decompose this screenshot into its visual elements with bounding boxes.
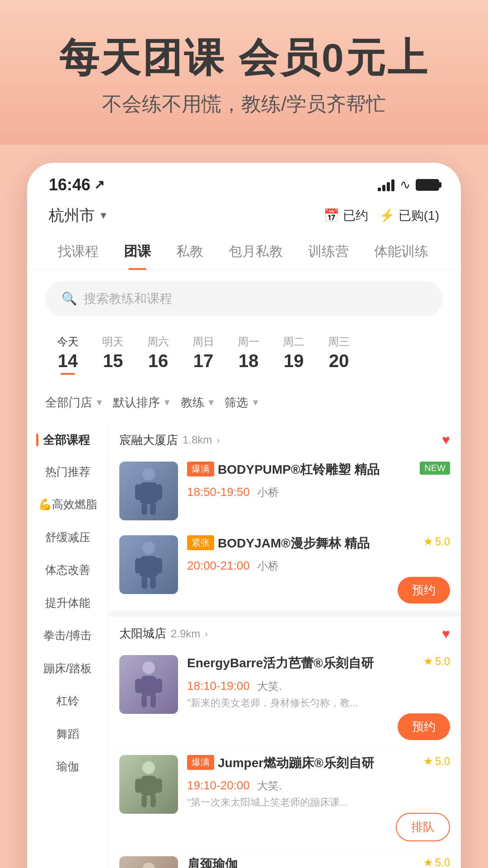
sidebar-item-yoga[interactable]: 瑜伽: [27, 750, 108, 783]
search-icon: 🔍: [61, 291, 77, 306]
location-selector[interactable]: 杭州市 ▼: [49, 205, 108, 226]
filter-sort[interactable]: 默认排序 ▼: [113, 391, 172, 414]
tab-group-class[interactable]: 团课: [111, 235, 164, 270]
sidebar-accent: [36, 434, 38, 446]
store-info-1[interactable]: 宸融大厦店 1.8km ›: [119, 432, 220, 448]
tab-fitness-training[interactable]: 体能训练: [361, 235, 441, 270]
course-teacher-3: 大笑.: [257, 680, 282, 692]
svg-rect-14: [135, 679, 141, 693]
store-dist-1: 1.8km: [183, 434, 212, 446]
sidebar-item-dance[interactable]: 舞蹈: [27, 717, 108, 750]
course-tags-1: 爆满 BODYPUMP®杠铃雕塑 精品: [187, 462, 420, 481]
tab-monthly-private[interactable]: 包月私教: [216, 235, 296, 270]
search-input[interactable]: 搜索教练和课程: [84, 290, 172, 307]
location-text: 杭州市: [49, 205, 95, 226]
sidebar-item-barbell[interactable]: 杠铃: [27, 684, 108, 717]
course-info-5: 肩颈瑜伽 ★ 5.0 20:05-21:05 夏瑾: [187, 856, 450, 868]
search-bar[interactable]: 🔍 搜索教练和课程: [45, 281, 443, 316]
date-tuesday[interactable]: 周二 19: [271, 331, 316, 378]
course-info-1: 爆满 BODYPUMP®杠铃雕塑 精品 NEW 18:50-19:50 小桥: [187, 462, 450, 520]
location-icon: ↗: [94, 177, 104, 192]
booked-button[interactable]: 📅 已约: [324, 207, 368, 224]
svg-rect-15: [156, 679, 162, 693]
course-name-2: BODYJAM®漫步舞林 精品: [218, 535, 370, 552]
store-name-1: 宸融大厦店: [119, 432, 178, 448]
sidebar-item-boxing[interactable]: 拳击/搏击: [27, 619, 108, 652]
svg-rect-23: [150, 795, 156, 807]
phone-mockup: 16:46 ↗ ∿ 杭州市 ▼ 📅 已约 ⚡ 已购: [27, 163, 461, 868]
svg-point-6: [142, 542, 155, 554]
star-icon-5: ★: [423, 856, 433, 868]
banner-section: 每天团课 会员0元上 不会练不用慌，教练/学员齐帮忙: [0, 0, 488, 145]
rating-4: ★ 5.0: [423, 755, 450, 768]
svg-rect-4: [141, 503, 147, 515]
course-thumb-4: [119, 755, 178, 814]
flash-icon: ⚡: [379, 208, 395, 223]
sidebar-item-fitness[interactable]: 提升体能: [27, 586, 108, 619]
date-picker: 今天 14 明天 15 周六 16 周日 17 周一 18 周二 19 周三 2…: [27, 327, 461, 387]
sidebar-item-stress[interactable]: 舒缓减压: [27, 521, 108, 554]
course-list: 宸融大厦店 1.8km › ♥: [108, 423, 461, 868]
sidebar-item-trampoline[interactable]: 蹦床/踏板: [27, 652, 108, 685]
date-monday[interactable]: 周一 18: [226, 331, 271, 378]
course-time-2: 20:00-21:00: [187, 559, 250, 572]
course-name-3: EnergyBarre活力芭蕾®乐刻自研: [187, 655, 374, 671]
course-teacher-1: 小桥: [257, 486, 279, 498]
thumb-person-2: [119, 535, 178, 594]
header-nav: 杭州市 ▼ 📅 已约 ⚡ 已购(1): [27, 202, 461, 235]
rating-num-4: 5.0: [435, 755, 450, 768]
date-today[interactable]: 今天 14: [45, 331, 90, 378]
svg-rect-5: [150, 503, 156, 515]
tab-find-course[interactable]: 找课程: [45, 235, 111, 270]
sidebar-all-courses: 全部课程: [27, 423, 108, 455]
filter-coach[interactable]: 教练 ▼: [181, 391, 216, 414]
course-thumb-2: [119, 535, 178, 594]
battery-icon: [416, 179, 439, 191]
rating-2: ★ 5.0: [423, 535, 450, 548]
date-saturday[interactable]: 周六 16: [136, 331, 181, 378]
star-icon-3: ★: [423, 655, 433, 668]
svg-point-12: [142, 661, 155, 674]
store-favorite-2[interactable]: ♥: [442, 626, 450, 642]
course-card-1: 爆满 BODYPUMP®杠铃雕塑 精品 NEW 18:50-19:50 小桥: [108, 454, 461, 528]
sidebar-item-fatburn[interactable]: 💪高效燃脂: [27, 488, 108, 521]
course-card-2: 紧张 BODYJAM®漫步舞林 精品 ★ 5.0 20:00-21:00 小桥: [108, 528, 461, 611]
book-button-2[interactable]: 预约: [398, 577, 450, 604]
sidebar-item-posture[interactable]: 体态改善: [27, 553, 108, 586]
date-wednesday[interactable]: 周三 20: [316, 331, 361, 378]
course-desc-4: "第一次来太阳城上笑老师的蹦床课...: [187, 796, 450, 809]
filter-row: 全部门店 ▼ 默认排序 ▼ 教练 ▼ 筛选 ▼: [27, 387, 461, 423]
course-time-3: 18:10-19:00: [187, 679, 250, 693]
store-info-2[interactable]: 太阳城店 2.9km ›: [119, 626, 208, 642]
rating-3: ★ 5.0: [423, 655, 450, 668]
tab-camp[interactable]: 训练营: [296, 235, 361, 270]
svg-rect-16: [141, 695, 147, 708]
tag-new-1: NEW: [420, 462, 450, 475]
svg-point-0: [142, 468, 155, 481]
course-info-3: EnergyBarre活力芭蕾®乐刻自研 ★ 5.0 18:10-19:00 大…: [187, 655, 450, 740]
queue-button-4[interactable]: 排队: [396, 813, 450, 841]
sidebar-item-hot[interactable]: 热门推荐: [27, 455, 108, 488]
store-dist-2: 2.9km: [171, 627, 200, 640]
rating-num-5: 5.0: [435, 856, 450, 868]
book-button-3[interactable]: 预约: [398, 713, 450, 740]
signal-icon: [378, 179, 394, 191]
filter-all-stores[interactable]: 全部门店 ▼: [45, 391, 104, 414]
course-thumb-5: [119, 856, 178, 868]
svg-rect-1: [140, 482, 158, 504]
store-favorite-1[interactable]: ♥: [442, 432, 450, 448]
svg-point-24: [142, 863, 155, 868]
date-tomorrow[interactable]: 明天 15: [90, 331, 136, 378]
course-title-area-2: 紧张 BODYJAM®漫步舞林 精品 ★ 5.0: [187, 535, 450, 555]
course-desc-3: "新来的美女老师，身材修长匀称，教...: [187, 696, 450, 710]
category-sidebar: 全部课程 热门推荐 💪高效燃脂 舒缓减压 体态改善 提升体能 拳击/搏击 蹦床/…: [27, 423, 108, 868]
svg-rect-2: [135, 484, 141, 500]
filter-more[interactable]: 筛选 ▼: [225, 391, 260, 414]
svg-rect-13: [141, 676, 157, 696]
date-sunday[interactable]: 周日 17: [181, 331, 226, 378]
svg-rect-11: [150, 577, 156, 589]
purchased-button[interactable]: ⚡ 已购(1): [379, 207, 439, 224]
course-teacher-2: 小桥: [257, 560, 279, 572]
search-section: 🔍 搜索教练和课程: [27, 270, 461, 327]
tab-private[interactable]: 私教: [164, 235, 216, 270]
